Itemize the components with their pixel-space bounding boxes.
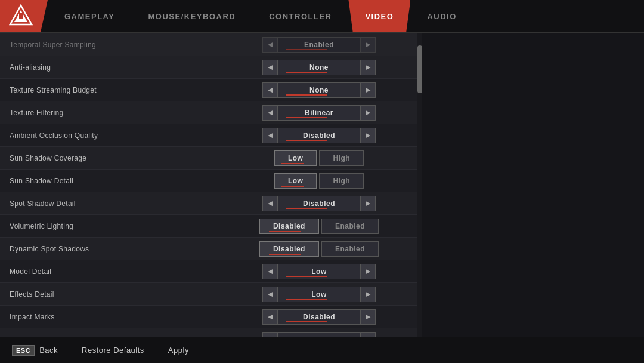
anti-aliasing-control: ◀ None ▶ [230,60,408,75]
spot-shadow-detail-bar [286,208,327,209]
volumetric-lighting-label: Volumetric Lighting [10,222,230,230]
model-detail-selector: ◀ Low ▶ [262,264,376,279]
effects-detail-prev[interactable]: ◀ [262,287,278,302]
texture-streaming-next[interactable]: ▶ [360,82,376,98]
model-detail-prev[interactable]: ◀ [262,264,278,279]
impact-marks-prev[interactable]: ◀ [262,309,278,325]
impact-marks-next[interactable]: ▶ [360,309,376,325]
anti-aliasing-prev[interactable]: ◀ [262,60,278,75]
anti-aliasing-text: None [309,63,329,72]
top-arrow-selector: ◀ Enabled ▶ [262,37,376,53]
setting-row-spot-shadow-detail: Spot Shadow Detail ◀ Disabled ▶ [0,192,417,215]
dynamic-spot-shadows-disabled[interactable]: Disabled [259,241,319,257]
tab-gameplay[interactable]: GAMEPLAY [48,0,131,32]
effects-detail-selector: ◀ Low ▶ [262,287,376,302]
setting-row-effects-detail: Effects Detail ◀ Low ▶ [0,283,417,306]
tab-mouse-keyboard[interactable]: MOUSE/KEYBOARD [131,0,252,32]
dynamic-spot-shadows-enabled[interactable]: Enabled [321,241,379,257]
spot-shadow-detail-selector: ◀ Disabled ▶ [262,196,376,211]
ragdolls-next[interactable]: ▶ [360,332,376,337]
tab-audio[interactable]: AUDIO [410,0,473,32]
effects-detail-next[interactable]: ▶ [360,287,376,302]
volumetric-lighting-disabled[interactable]: Disabled [259,219,319,234]
top-setting-label: Temporal Super Sampling [10,41,230,49]
settings-panel[interactable]: Temporal Super Sampling ◀ Enabled ▶ Anti… [0,33,417,337]
setting-row-model-detail: Model Detail ◀ Low ▶ [0,260,417,283]
back-button[interactable]: ESC Back [12,345,58,356]
setting-row-dynamic-spot-shadows: Dynamic Spot Shadows Disabled Enabled [0,238,417,260]
spot-shadow-detail-value: Disabled [278,196,360,211]
model-detail-bar [286,276,327,277]
top-prev-btn[interactable]: ◀ [262,37,278,53]
apply-button[interactable]: Apply [168,346,189,355]
model-detail-value: Low [278,264,360,279]
ragdolls-value: Low [278,332,360,337]
impact-marks-selector: ◀ Disabled ▶ [262,309,376,325]
tab-controller[interactable]: CONTROLLER [252,0,348,32]
spot-shadow-detail-prev[interactable]: ◀ [262,196,278,211]
nav-tabs: GAMEPLAY MOUSE/KEYBOARD CONTROLLER VIDEO… [48,0,644,32]
texture-filtering-prev[interactable]: ◀ [262,105,278,121]
impact-marks-label: Impact Marks [10,313,230,321]
top-value-text: Enabled [304,41,334,49]
texture-streaming-prev[interactable]: ◀ [262,82,278,98]
ambient-occlusion-value: Disabled [278,128,360,143]
ambient-occlusion-next[interactable]: ▶ [360,128,376,143]
volumetric-lighting-enabled[interactable]: Enabled [321,219,379,234]
tab-video[interactable]: VIDEO [348,0,410,32]
ambient-occlusion-prev[interactable]: ◀ [262,128,278,143]
ambient-occlusion-bar [286,140,327,141]
setting-row-anti-aliasing: Anti-aliasing ◀ None ▶ [0,56,417,79]
texture-filtering-selector: ◀ Bilinear ▶ [262,105,376,121]
texture-filtering-label: Texture Filtering [10,109,230,117]
ragdolls-prev[interactable]: ◀ [262,332,278,337]
spot-shadow-detail-next[interactable]: ▶ [360,196,376,211]
dynamic-spot-shadows-label: Dynamic Spot Shadows [10,245,230,253]
sun-shadow-coverage-high[interactable]: High [319,150,364,166]
model-detail-control: ◀ Low ▶ [230,264,408,279]
dynamic-spot-shadows-toggle: Disabled Enabled [259,241,379,257]
model-detail-text: Low [311,267,327,276]
sun-shadow-coverage-label: Sun Shadow Coverage [10,154,230,162]
restore-defaults-button[interactable]: Restore Defaults [82,346,144,355]
setting-row-texture-streaming: Texture Streaming Budget ◀ None ▶ [0,79,417,101]
main-content: Temporal Super Sampling ◀ Enabled ▶ Anti… [0,33,644,337]
apex-logo [9,4,33,28]
setting-row-impact-marks: Impact Marks ◀ Disabled ▶ [0,306,417,328]
right-panel [422,33,644,337]
texture-streaming-value: None [278,82,360,98]
setting-row-sun-shadow-detail: Sun Shadow Detail Low High [0,170,417,192]
impact-marks-value: Disabled [278,309,360,325]
logo-area [0,0,48,32]
anti-aliasing-bar [286,72,327,73]
bottom-bar: ESC Back Restore Defaults Apply [0,337,644,363]
ambient-occlusion-label: Ambient Occlusion Quality [10,131,230,140]
sun-shadow-coverage-low[interactable]: Low [274,150,317,166]
texture-streaming-selector: ◀ None ▶ [262,82,376,98]
sun-shadow-detail-high[interactable]: High [319,173,364,189]
model-detail-next[interactable]: ▶ [360,264,376,279]
model-detail-label: Model Detail [10,267,230,276]
effects-detail-value: Low [278,287,360,302]
nav-bar: GAMEPLAY MOUSE/KEYBOARD CONTROLLER VIDEO… [0,0,644,33]
anti-aliasing-selector: ◀ None ▶ [262,60,376,75]
texture-filtering-value: Bilinear [278,105,360,121]
sun-shadow-detail-low[interactable]: Low [274,173,317,189]
spot-shadow-detail-label: Spot Shadow Detail [10,199,230,208]
texture-filtering-next[interactable]: ▶ [360,105,376,121]
anti-aliasing-next[interactable]: ▶ [360,60,376,75]
setting-row-sun-shadow-coverage: Sun Shadow Coverage Low High [0,147,417,170]
scrollbar-track[interactable] [417,33,422,337]
impact-marks-bar [286,321,327,322]
top-next-btn[interactable]: ▶ [360,37,376,53]
texture-streaming-text: None [309,86,329,94]
scrollbar-thumb[interactable] [417,45,422,93]
texture-streaming-label: Texture Streaming Budget [10,86,230,94]
effects-detail-text: Low [311,290,327,299]
sun-shadow-detail-control: Low High [230,173,408,189]
top-value-display: Enabled [278,37,360,53]
esc-key-label: ESC [12,345,35,356]
restore-label: Restore Defaults [82,346,144,355]
ambient-occlusion-control: ◀ Disabled ▶ [230,128,408,143]
sun-shadow-coverage-toggle: Low High [274,150,364,166]
